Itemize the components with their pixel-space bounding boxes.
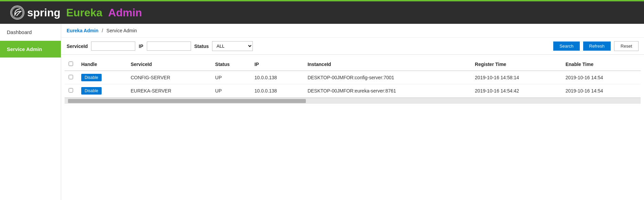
breadcrumb-link[interactable]: Eureka Admin [67, 28, 99, 33]
table-row: Disable EUREKA-SERVER UP 10.0.0.138 DESK… [65, 84, 641, 98]
table-row: Disable CONFIG-SERVER UP 10.0.0.138 DESK… [65, 71, 641, 84]
breadcrumb-separator: / [102, 28, 103, 33]
row-instanceid: DESKTOP-00JMFOR:eureka-server:8761 [303, 84, 471, 98]
row-register-time: 2019-10-16 14:58:14 [471, 71, 561, 84]
status-select[interactable]: ALL UP DOWN OUT_OF_SERVICE UNKNOWN [212, 41, 253, 51]
ip-input[interactable] [147, 41, 191, 51]
disable-button-1[interactable]: Disable [81, 87, 102, 95]
col-enable-time: Enable Time [561, 58, 641, 71]
reset-button[interactable]: Reset [614, 41, 639, 51]
col-status: Status [211, 58, 250, 71]
serviceid-label: ServiceId [67, 44, 88, 49]
sidebar: Dashboard Service Admin [0, 24, 61, 200]
select-all-checkbox[interactable] [69, 62, 73, 66]
row-checkbox-cell [65, 84, 77, 98]
filter-bar: ServiceId IP Status ALL UP DOWN OUT_OF_S… [61, 38, 644, 55]
disable-button-0[interactable]: Disable [81, 74, 102, 81]
row-ip: 10.0.0.138 [250, 84, 303, 98]
col-instanceid: InstanceId [303, 58, 471, 71]
row-serviceid: CONFIG-SERVER [127, 71, 211, 84]
refresh-button[interactable]: Refresh [583, 41, 611, 51]
row-checkbox-1[interactable] [69, 88, 73, 93]
col-handle: Handle [77, 58, 127, 71]
svg-point-0 [12, 7, 23, 18]
spring-icon [10, 5, 24, 20]
row-handle: Disable [77, 84, 127, 98]
serviceid-input[interactable] [91, 41, 135, 51]
col-ip: IP [250, 58, 303, 71]
row-status: UP [211, 84, 250, 98]
row-handle: Disable [77, 71, 127, 84]
scrollbar-thumb [68, 99, 306, 103]
row-register-time: 2019-10-16 14:54:42 [471, 84, 561, 98]
table-header-row: Handle ServiceId Status IP InstanceId Re… [65, 58, 641, 71]
col-serviceid: ServiceId [127, 58, 211, 71]
main-layout: Dashboard Service Admin Eureka Admin / S… [0, 24, 644, 200]
row-ip: 10.0.0.138 [250, 71, 303, 84]
spring-label: spring [27, 6, 60, 19]
row-enable-time: 2019-10-16 14:54 [561, 71, 641, 84]
service-table: Handle ServiceId Status IP InstanceId Re… [65, 58, 641, 98]
row-checkbox-cell [65, 71, 77, 84]
ip-label: IP [139, 44, 143, 49]
row-status: UP [211, 71, 250, 84]
row-serviceid: EUREKA-SERVER [127, 84, 211, 98]
main-content: Eureka Admin / Service Admin ServiceId I… [61, 24, 644, 200]
admin-label: Admin [108, 6, 142, 19]
col-checkbox [65, 58, 77, 71]
app-header: spring Eureka Admin [0, 0, 644, 24]
status-label: Status [194, 44, 209, 49]
breadcrumb: Eureka Admin / Service Admin [61, 24, 644, 38]
row-checkbox-0[interactable] [69, 75, 73, 79]
eureka-label: Eureka [66, 6, 103, 19]
search-button[interactable]: Search [553, 41, 579, 51]
logo: spring Eureka Admin [10, 5, 142, 20]
horizontal-scrollbar[interactable] [65, 98, 641, 104]
sidebar-item-service-admin[interactable]: Service Admin [0, 41, 61, 58]
row-instanceid: DESKTOP-00JMFOR:config-server:7001 [303, 71, 471, 84]
breadcrumb-current: Service Admin [106, 28, 137, 33]
table-container: Handle ServiceId Status IP InstanceId Re… [65, 58, 641, 98]
sidebar-item-dashboard[interactable]: Dashboard [0, 24, 61, 41]
col-register-time: Register Time [471, 58, 561, 71]
row-enable-time: 2019-10-16 14:54 [561, 84, 641, 98]
